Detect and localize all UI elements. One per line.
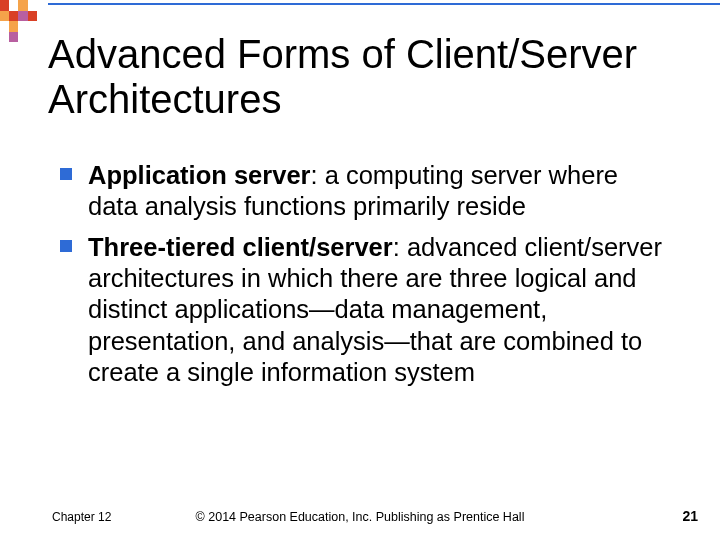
- footer-copyright: © 2014 Pearson Education, Inc. Publishin…: [0, 510, 720, 524]
- header-rule: [48, 3, 720, 5]
- list-item-text: Application server: a computing server w…: [88, 160, 672, 222]
- slide-body: Application server: a computing server w…: [60, 160, 672, 398]
- slide-title: Advanced Forms of Client/Server Architec…: [48, 32, 690, 122]
- square-bullet-icon: [60, 168, 72, 180]
- slide-footer: Chapter 12 © 2014 Pearson Education, Inc…: [0, 504, 720, 524]
- footer-page-number: 21: [682, 508, 698, 524]
- square-bullet-icon: [60, 240, 72, 252]
- list-item-text: Three-tiered client/server: advanced cli…: [88, 232, 672, 388]
- list-item: Application server: a computing server w…: [60, 160, 672, 222]
- list-item: Three-tiered client/server: advanced cli…: [60, 232, 672, 388]
- slide-logo: [0, 0, 46, 42]
